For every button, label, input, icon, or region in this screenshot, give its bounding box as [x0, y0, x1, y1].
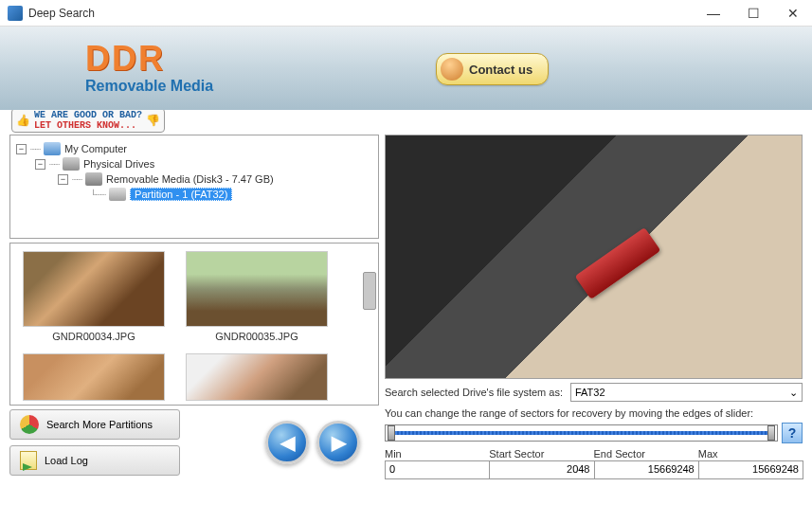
thumbnail-item[interactable]: [181, 353, 333, 401]
collapse-icon[interactable]: −: [58, 174, 68, 185]
filesystem-select[interactable]: FAT32 ⌄: [570, 383, 803, 402]
computer-icon: [44, 142, 61, 155]
filesystem-label: Search selected Drive's file system as:: [385, 387, 563, 398]
nav-prev-button[interactable]: ◀: [265, 421, 309, 464]
preview-image: [385, 135, 803, 379]
person-icon: [441, 58, 463, 81]
thumbnail-image: [186, 353, 328, 401]
logo-subtitle: Removable Media: [85, 78, 213, 95]
thumbnail-image: [23, 353, 165, 401]
collapse-icon[interactable]: −: [35, 159, 45, 170]
thumbnail-filename: GNDR00035.JPG: [181, 331, 333, 342]
maximize-button[interactable]: ☐: [742, 4, 765, 23]
load-log-button[interactable]: Load Log: [9, 445, 180, 476]
contact-us-button[interactable]: Contact us: [436, 53, 549, 85]
end-sector-value[interactable]: 15669248: [594, 460, 699, 479]
search-more-label: Search More Partitions: [46, 419, 153, 430]
close-button[interactable]: ✕: [782, 4, 804, 23]
thumbs-down-icon: 👎: [146, 114, 160, 127]
tree-partition[interactable]: └┈┈ Partition - 1 (FAT32): [16, 187, 372, 202]
max-label: Max: [698, 447, 803, 460]
app-icon: [8, 6, 23, 21]
minimize-button[interactable]: —: [702, 4, 725, 23]
tree-removable-label: Removable Media (Disk3 - 7.47 GB): [106, 173, 274, 185]
min-value[interactable]: 0: [385, 460, 490, 479]
nav-next-button[interactable]: ▶: [316, 421, 360, 464]
tree-drives[interactable]: − ┈┈ Physical Drives: [16, 156, 372, 171]
feedback-bar: 👍 WE ARE GOOD OR BAD? LET OTHERS KNOW...…: [0, 110, 812, 131]
feedback-button[interactable]: 👍 WE ARE GOOD OR BAD? LET OTHERS KNOW...…: [11, 108, 165, 133]
thumbnail-item[interactable]: [18, 353, 170, 401]
log-file-icon: [20, 451, 37, 470]
feedback-line2: LET OTHERS KNOW...: [34, 120, 142, 131]
sector-range-slider[interactable]: [385, 424, 778, 442]
slider-handle-start[interactable]: [388, 425, 395, 441]
thumbnail-panel[interactable]: GNDR00034.JPG GNDR00035.JPG: [9, 243, 379, 406]
thumbnail-image: [186, 251, 328, 327]
thumbs-up-icon: 👍: [16, 114, 30, 127]
drive-tree[interactable]: − ┈┈ My Computer − ┈┈ Physical Drives − …: [9, 135, 379, 239]
header-banner: DDR Removable Media Contact us: [0, 27, 812, 110]
arrow-left-icon: ◀: [280, 431, 295, 454]
thumbnail-filename: GNDR00034.JPG: [18, 331, 170, 342]
start-sector-value[interactable]: 2048: [489, 460, 594, 479]
thumbnail-item[interactable]: GNDR00035.JPG: [181, 251, 333, 342]
tree-root[interactable]: − ┈┈ My Computer: [16, 141, 372, 156]
end-sector-label: End Sector: [594, 447, 698, 460]
contact-label: Contact us: [469, 63, 532, 77]
feedback-line1: WE ARE GOOD OR BAD?: [34, 110, 142, 120]
window-title: Deep Search: [28, 7, 702, 20]
search-more-partitions-button[interactable]: Search More Partitions: [9, 409, 180, 440]
min-label: Min: [385, 447, 489, 460]
tree-drives-label: Physical Drives: [83, 158, 154, 170]
logo-main: DDR: [85, 42, 213, 76]
removable-media-icon: [85, 172, 102, 186]
help-button[interactable]: ?: [782, 423, 803, 443]
tree-root-label: My Computer: [64, 143, 127, 154]
thumbnail-item[interactable]: GNDR00034.JPG: [18, 251, 170, 342]
load-log-label: Load Log: [45, 455, 88, 466]
start-sector-label: Start Sector: [489, 447, 593, 460]
tree-removable[interactable]: − ┈┈ Removable Media (Disk3 - 7.47 GB): [16, 171, 372, 187]
slider-handle-end[interactable]: [767, 425, 775, 441]
tree-partition-label: Partition - 1 (FAT32): [130, 188, 232, 201]
slider-instruction: You can change the range of sectors for …: [385, 407, 803, 419]
max-value[interactable]: 15669248: [698, 460, 803, 479]
chevron-down-icon: ⌄: [789, 387, 798, 399]
pie-chart-icon: [20, 415, 39, 434]
partition-icon: [109, 188, 126, 201]
collapse-icon[interactable]: −: [16, 144, 27, 154]
titlebar: Deep Search — ☐ ✕: [0, 0, 812, 27]
slider-fill: [393, 431, 769, 435]
scrollbar-thumb[interactable]: [363, 272, 376, 310]
usb-illustration: [575, 227, 661, 299]
arrow-right-icon: ▶: [332, 431, 346, 454]
thumbnail-image: [23, 251, 165, 327]
drives-icon: [63, 157, 80, 171]
filesystem-value: FAT32: [575, 387, 605, 398]
